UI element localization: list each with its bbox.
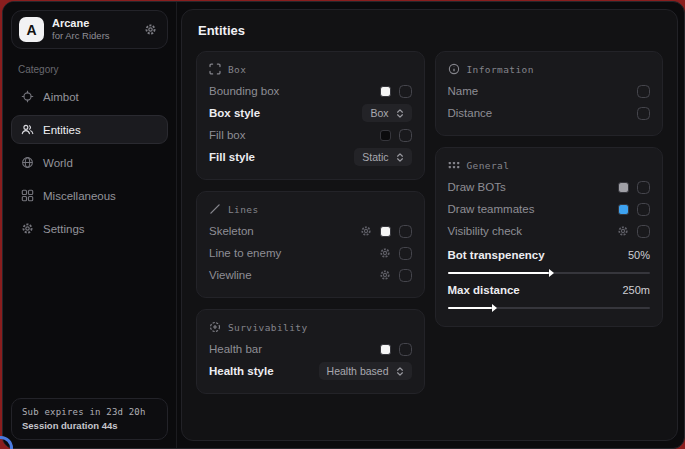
chevron-up-down-icon — [396, 152, 404, 163]
users-icon — [21, 123, 34, 136]
setting-row-draw-teammates: Draw teammates — [448, 198, 651, 220]
bot-transparency-slider[interactable] — [448, 272, 651, 274]
dropdown-value: Static — [362, 151, 388, 163]
app-window: A Arcane for Arc Riders Category Aimbot … — [2, 1, 685, 449]
main-panel: Entities Box Bounding box — [181, 9, 678, 441]
panel-title: Survivability — [228, 322, 308, 333]
setting-label: Visibility check — [448, 225, 523, 237]
sidebar-item-aimbot[interactable]: Aimbot — [11, 82, 168, 111]
setting-row-health-bar: Health bar — [209, 338, 412, 360]
viewline-checkbox[interactable] — [399, 269, 412, 282]
setting-row-draw-bots: Draw BOTs — [448, 176, 651, 198]
setting-row-distance: Distance — [448, 102, 651, 124]
setting-row-health-style: Health style Health based — [209, 360, 412, 382]
grid-icon — [21, 189, 34, 202]
lines-panel: Lines Skeleton Line — [196, 191, 425, 298]
health-style-dropdown[interactable]: Health based — [319, 362, 412, 380]
setting-label: Health style — [209, 365, 274, 377]
box-corners-icon — [209, 63, 221, 75]
box-panel: Box Bounding box Box style — [196, 51, 425, 180]
fill-box-checkbox[interactable] — [399, 129, 412, 142]
slider-value: 250m — [622, 284, 650, 296]
page-title: Entities — [198, 23, 663, 38]
sidebar-item-label: World — [43, 157, 73, 169]
box-style-dropdown[interactable]: Box — [362, 104, 411, 122]
dropdown-value: Health based — [327, 365, 389, 377]
dropdown-value: Box — [370, 107, 388, 119]
gear-icon[interactable] — [617, 225, 629, 237]
chevron-up-down-icon — [396, 366, 404, 377]
setting-label: Draw BOTs — [448, 181, 506, 193]
draw-teammates-checkbox[interactable] — [637, 203, 650, 216]
setting-label: Skeleton — [209, 225, 254, 237]
name-checkbox[interactable] — [637, 85, 650, 98]
panel-title: General — [467, 160, 510, 171]
color-swatch[interactable] — [618, 182, 629, 193]
color-swatch[interactable] — [380, 226, 391, 237]
right-column: Information Name Distance — [435, 51, 664, 394]
distance-checkbox[interactable] — [637, 107, 650, 120]
subscription-card: Sub expires in 23d 20h Session duration … — [11, 398, 168, 440]
setting-label: Fill style — [209, 151, 255, 163]
info-icon — [448, 63, 460, 75]
color-swatch[interactable] — [380, 86, 391, 97]
brand-card: A Arcane for Arc Riders — [11, 10, 168, 49]
visibility-check-checkbox[interactable] — [637, 225, 650, 238]
brand-title: Arcane — [52, 17, 110, 30]
setting-label: Box style — [209, 107, 260, 119]
setting-label: Distance — [448, 107, 493, 119]
sidebar-item-miscellaneous[interactable]: Miscellaneous — [11, 181, 168, 210]
setting-row-name: Name — [448, 80, 651, 102]
sidebar-item-label: Entities — [43, 124, 81, 136]
bounding-box-checkbox[interactable] — [399, 85, 412, 98]
line-to-enemy-checkbox[interactable] — [399, 247, 412, 260]
draw-bots-checkbox[interactable] — [637, 181, 650, 194]
sidebar-item-settings[interactable]: Settings — [11, 214, 168, 243]
panel-title: Box — [228, 64, 246, 75]
setting-label: Viewline — [209, 269, 252, 281]
health-bar-checkbox[interactable] — [399, 343, 412, 356]
line-icon — [209, 203, 221, 215]
max-distance-slider[interactable] — [448, 307, 651, 309]
setting-label: Bot transpenency — [448, 249, 545, 261]
gear-icon[interactable] — [360, 225, 372, 237]
sidebar-item-label: Aimbot — [43, 91, 79, 103]
sidebar-item-world[interactable]: World — [11, 148, 168, 177]
fill-style-dropdown[interactable]: Static — [354, 148, 411, 166]
setting-label: Bounding box — [209, 85, 279, 97]
crosshair-icon — [21, 90, 34, 103]
dots-grid-icon — [448, 159, 460, 171]
globe-icon — [21, 156, 34, 169]
subscription-expiry: Sub expires in 23d 20h — [22, 407, 157, 417]
session-duration: Session duration 44s — [22, 420, 157, 431]
brand-logo: A — [19, 17, 44, 42]
setting-label: Max distance — [448, 284, 520, 296]
setting-row-visibility-check: Visibility check — [448, 220, 651, 242]
sidebar-item-entities[interactable]: Entities — [11, 115, 168, 144]
slider-fill — [448, 272, 549, 274]
gear-icon — [21, 222, 34, 235]
gear-icon[interactable] — [379, 247, 391, 259]
setting-label: Fill box — [209, 129, 245, 141]
setting-row-fill-box: Fill box — [209, 124, 412, 146]
setting-label: Name — [448, 85, 479, 97]
setting-row-fill-style: Fill style Static — [209, 146, 412, 168]
color-swatch[interactable] — [380, 130, 391, 141]
setting-label: Health bar — [209, 343, 262, 355]
survivability-panel: Survivability Health bar Health style — [196, 309, 425, 394]
setting-label: Draw teammates — [448, 203, 535, 215]
category-label: Category — [18, 64, 161, 75]
gear-icon[interactable] — [144, 23, 157, 36]
color-swatch[interactable] — [380, 344, 391, 355]
gear-icon[interactable] — [379, 269, 391, 281]
skeleton-checkbox[interactable] — [399, 225, 412, 238]
sidebar: A Arcane for Arc Riders Category Aimbot … — [3, 2, 177, 448]
sidebar-item-label: Miscellaneous — [43, 190, 116, 202]
life-icon — [209, 321, 221, 333]
sidebar-nav: Aimbot Entities World Miscellaneous — [11, 82, 168, 243]
setting-row-viewline: Viewline — [209, 264, 412, 286]
general-panel: General Draw BOTs Draw teammates — [435, 147, 664, 327]
left-column: Box Bounding box Box style — [196, 51, 425, 394]
color-swatch[interactable] — [618, 204, 629, 215]
bot-transparency-slider-group: Bot transpenency 50% — [448, 245, 651, 274]
